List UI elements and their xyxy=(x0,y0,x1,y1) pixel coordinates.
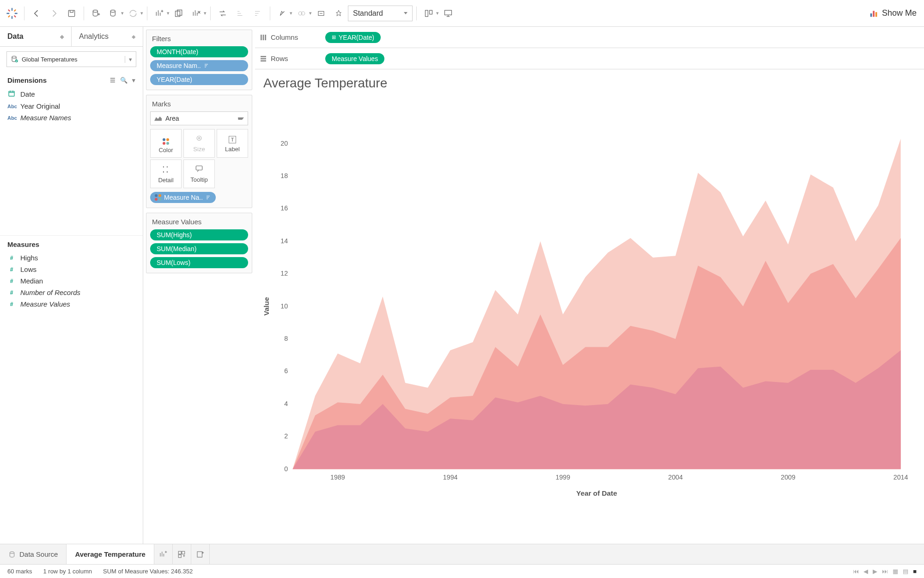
nav-last-icon[interactable]: ⏭ xyxy=(882,568,888,575)
measure-value-pill[interactable]: SUM(Highs) xyxy=(150,229,248,240)
svg-text:12: 12 xyxy=(280,270,288,277)
dimension-field[interactable]: Date xyxy=(0,88,143,100)
measure-field[interactable]: #Lows xyxy=(0,264,143,275)
save-button[interactable] xyxy=(63,5,80,22)
svg-rect-47 xyxy=(182,551,185,554)
new-dashboard-button[interactable] xyxy=(173,544,191,564)
svg-rect-21 xyxy=(263,35,264,40)
svg-rect-12 xyxy=(873,11,875,17)
svg-rect-46 xyxy=(179,551,182,554)
viz-title[interactable]: Average Temperature xyxy=(255,69,924,92)
svg-text:Value: Value xyxy=(262,297,270,316)
svg-text:6: 6 xyxy=(284,367,288,375)
columns-pill[interactable]: ⊞YEAR(Date) xyxy=(325,32,381,43)
view-tabs-icon[interactable]: ▤ xyxy=(903,568,908,575)
svg-rect-48 xyxy=(179,554,182,557)
sort-asc-button[interactable] xyxy=(232,5,249,22)
svg-rect-25 xyxy=(261,60,266,61)
svg-text:8: 8 xyxy=(284,335,288,342)
nav-next-icon[interactable]: ▶ xyxy=(873,568,877,575)
new-sheet-button[interactable] xyxy=(154,544,173,564)
mark-type-select[interactable]: Area xyxy=(150,111,248,125)
tab-data[interactable]: Data◆ xyxy=(0,27,71,46)
svg-point-2 xyxy=(110,10,115,12)
back-button[interactable] xyxy=(28,5,45,22)
svg-text:1989: 1989 xyxy=(330,473,345,481)
data-source-select[interactable]: Global Temperatures ▾ xyxy=(6,51,136,67)
highlight-button[interactable] xyxy=(274,5,291,22)
svg-point-14 xyxy=(12,56,16,58)
pause-data-button[interactable] xyxy=(105,5,122,22)
svg-text:2009: 2009 xyxy=(781,473,796,481)
view-single-icon[interactable]: ■ xyxy=(913,568,917,575)
filter-pill[interactable]: MONTH(Date) xyxy=(150,46,248,57)
svg-rect-4 xyxy=(177,10,182,15)
measure-field[interactable]: #Measure Values xyxy=(0,298,143,310)
tab-analytics[interactable]: Analytics◆ xyxy=(71,27,143,46)
mark-card-tooltip[interactable]: Tooltip xyxy=(183,160,215,188)
mark-card-color[interactable]: Color xyxy=(150,129,182,158)
svg-text:1994: 1994 xyxy=(443,473,458,481)
presentation-button[interactable] xyxy=(440,5,456,22)
mark-card-detail[interactable]: ⁚⁚Detail xyxy=(150,160,182,188)
clear-sheet-button[interactable] xyxy=(188,5,205,22)
color-encoding-pill[interactable]: Measure Na.. xyxy=(150,192,216,203)
pin-button[interactable] xyxy=(330,5,347,22)
svg-point-18 xyxy=(198,137,200,139)
rows-pill[interactable]: Measure Values xyxy=(325,53,384,64)
svg-text:0: 0 xyxy=(284,465,288,473)
show-me-button[interactable]: Show Me xyxy=(865,6,920,20)
mark-card-label[interactable]: TLabel xyxy=(217,129,248,158)
menu-icon[interactable]: ▾ xyxy=(132,77,135,84)
filter-pill[interactable]: YEAR(Date) xyxy=(150,74,248,85)
measure-field[interactable]: #Highs xyxy=(0,252,143,264)
measure-value-pill[interactable]: SUM(Median) xyxy=(150,243,248,254)
dimension-field[interactable]: AbcMeasure Names xyxy=(0,112,143,123)
sheet-tab[interactable]: Average Temperature xyxy=(67,544,154,564)
svg-text:18: 18 xyxy=(280,172,288,179)
status-marks: 60 marks xyxy=(7,568,32,575)
data-source-tab[interactable]: Data Source xyxy=(0,544,67,564)
svg-text:Year of Date: Year of Date xyxy=(576,489,617,497)
new-worksheet-button[interactable] xyxy=(151,5,168,22)
rows-shelf[interactable]: Rows Measure Values xyxy=(255,48,924,69)
dimension-field[interactable]: AbcYear Original xyxy=(0,100,143,112)
columns-shelf[interactable]: Columns ⊞YEAR(Date) xyxy=(255,27,924,48)
area-chart: 0246810121416182019891994199920042009201… xyxy=(260,97,910,539)
svg-text:10: 10 xyxy=(280,302,288,310)
view-list-icon[interactable]: ☰ xyxy=(110,77,116,84)
nav-prev-icon[interactable]: ◀ xyxy=(863,568,868,575)
measure-field[interactable]: #Number of Records xyxy=(0,287,143,298)
fit-select[interactable]: Standard xyxy=(348,6,413,21)
measure-value-pill[interactable]: SUM(Lows) xyxy=(150,257,248,268)
svg-text:2004: 2004 xyxy=(668,473,683,481)
svg-rect-0 xyxy=(68,10,74,16)
mark-card-size[interactable]: Size xyxy=(183,129,215,158)
search-icon[interactable]: 🔍 xyxy=(120,77,128,84)
new-story-button[interactable] xyxy=(191,544,210,564)
duplicate-sheet-button[interactable] xyxy=(170,5,187,22)
show-labels-button[interactable] xyxy=(313,5,329,22)
view-grid-icon[interactable]: ▦ xyxy=(893,568,898,575)
status-bar: 60 marks 1 row by 1 column SUM of Measur… xyxy=(0,564,924,578)
new-datasource-button[interactable] xyxy=(88,5,104,22)
sort-desc-button[interactable] xyxy=(249,5,266,22)
svg-text:16: 16 xyxy=(280,204,288,212)
nav-first-icon[interactable]: ⏮ xyxy=(853,568,859,575)
swap-button[interactable] xyxy=(214,5,231,22)
dimensions-header: Dimensions ☰🔍▾ xyxy=(0,72,143,87)
filter-pill[interactable]: Measure Nam.. xyxy=(150,60,248,71)
forward-button[interactable] xyxy=(46,5,62,22)
svg-rect-3 xyxy=(176,11,180,17)
svg-rect-10 xyxy=(445,10,452,15)
logo-icon[interactable] xyxy=(4,5,20,22)
measure-field[interactable]: #Median xyxy=(0,275,143,287)
refresh-button[interactable] xyxy=(125,5,141,22)
svg-rect-22 xyxy=(265,35,266,40)
show-cards-button[interactable] xyxy=(420,5,437,22)
measures-header: Measures xyxy=(0,236,143,251)
svg-point-45 xyxy=(10,552,14,553)
group-button[interactable] xyxy=(293,5,310,22)
toolbar: ▾ ▾ ▾ ▾ ▾ ▾ Standard ▾ Show Me xyxy=(0,0,924,27)
svg-rect-23 xyxy=(261,56,266,57)
